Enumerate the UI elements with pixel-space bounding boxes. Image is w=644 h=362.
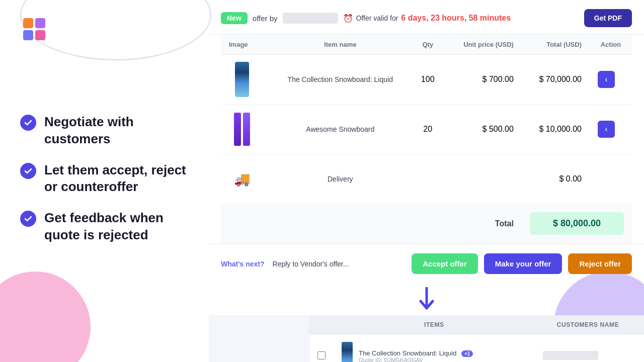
new-badge: New [221, 12, 248, 24]
bottom-item-title: The Collection Snowboard: Liquid [359, 349, 456, 357]
offer-by-text: offer by [253, 14, 278, 23]
row2-unit-price: $ 500.00 [445, 105, 522, 154]
row2-item-name: Awesome Snowboard [270, 105, 411, 154]
customer-name-placeholder [543, 351, 598, 360]
action-bar: What's next? Reply to Vendor's offer... … [209, 244, 644, 283]
bottom-section: ITEMS CUSTOMERS NAME STATUS UPDATED [209, 315, 644, 362]
logo [20, 15, 48, 43]
offer-info: New offer by ⏰ Offer valid for 6 days, 2… [221, 12, 511, 24]
total-value: $ 80,000.00 [530, 212, 624, 235]
quote-id: Quote ID: OJMGKAOGAV [359, 357, 473, 363]
svg-rect-1 [35, 18, 45, 28]
item-title-row: The Collection Snowboard: Liquid +1 [359, 349, 473, 357]
plus-badge: +1 [461, 350, 473, 357]
down-arrow-icon [418, 287, 436, 311]
offer-valid-label: Offer valid for [356, 14, 398, 22]
check-icon-3 [20, 211, 36, 227]
row3-qty [411, 154, 445, 204]
feature-1: Negotiate with customers [20, 114, 194, 148]
table-row: Awesome Snowboard 20 $ 500.00 $ 10,000.0… [221, 105, 632, 154]
quote-table: Image Item name Qty Unit price (USD) Tot… [221, 35, 632, 243]
features-list: Negotiate with customers Let them accept… [20, 114, 194, 244]
table-row: 🚚 Delivery $ 0.00 [221, 154, 632, 204]
row3-unit-price [445, 154, 522, 204]
col-checkbox [309, 315, 334, 335]
reject-offer-button[interactable]: Reject offer [568, 253, 632, 274]
total-row: Total $ 80,000.00 [221, 204, 632, 243]
row2-image-cell [221, 105, 270, 154]
col-qty: Qty [411, 35, 445, 55]
col-item-name: Item name [270, 35, 411, 55]
row1-item-name: The Collection Snowboard: Liquid [270, 55, 411, 105]
reply-text: Reply to Vendor's offer... [273, 260, 349, 268]
row-status-cell: Deal [641, 335, 644, 363]
item-details: The Collection Snowboard: Liquid +1 Quot… [359, 349, 473, 363]
row3-item-name: Delivery [270, 154, 411, 204]
offer-valid-time: 6 days, 23 hours, 58 minutes [401, 14, 511, 23]
row-checkbox-cell [309, 335, 334, 363]
row1-action-button[interactable]: ‹ [598, 71, 615, 88]
make-offer-button[interactable]: Make your offer [484, 253, 562, 274]
row3-image-cell: 🚚 [221, 154, 270, 204]
snowboard2-image [229, 112, 255, 147]
col-customers-name: CUSTOMERS NAME [535, 315, 641, 335]
col-action: Action [590, 35, 632, 55]
right-panel: New offer by ⏰ Offer valid for 6 days, 2… [209, 0, 644, 362]
timer-icon: ⏰ [343, 14, 353, 23]
svg-rect-3 [35, 30, 45, 40]
svg-rect-0 [23, 18, 33, 28]
col-unit-price: Unit price (USD) [445, 35, 522, 55]
feature-text-1: Negotiate with customers [44, 114, 194, 148]
check-icon-2 [20, 163, 36, 179]
left-panel: Negotiate with customers Let them accept… [0, 0, 209, 362]
timer-section: ⏰ Offer valid for 6 days, 23 hours, 58 m… [343, 14, 511, 23]
col-status: STATUS [641, 315, 644, 335]
row-checkbox[interactable] [317, 351, 326, 359]
snowboard1-image [229, 62, 255, 97]
feature-2: Let them accept, reject or counteroffer [20, 162, 194, 196]
svg-rect-2 [23, 30, 33, 40]
feature-text-3: Get feedback when quote is rejected [44, 210, 194, 244]
bottom-table: ITEMS CUSTOMERS NAME STATUS UPDATED [309, 315, 644, 362]
down-arrow-section [209, 283, 644, 315]
mini-snowboard-image [342, 342, 353, 362]
check-icon-1 [20, 115, 36, 131]
top-bar: New offer by ⏰ Offer valid for 6 days, 2… [209, 0, 644, 35]
col-image: Image [221, 35, 270, 55]
row1-total: $ 70,000.00 [522, 55, 590, 105]
quote-table-wrapper: Image Item name Qty Unit price (USD) Tot… [209, 35, 644, 243]
row2-action-button[interactable]: ‹ [598, 121, 615, 138]
row2-total: $ 10,000.00 [522, 105, 590, 154]
col-total: Total (USD) [522, 35, 590, 55]
row-item-cell: The Collection Snowboard: Liquid +1 Quot… [334, 335, 535, 363]
row1-qty: 100 [411, 55, 445, 105]
accept-offer-button[interactable]: Accept offer [412, 253, 478, 274]
bottom-table-row: The Collection Snowboard: Liquid +1 Quot… [309, 335, 644, 363]
get-pdf-button[interactable]: Get PDF [584, 9, 632, 27]
row2-qty: 20 [411, 105, 445, 154]
row-customer-cell [535, 335, 641, 363]
row2-action-cell: ‹ [590, 105, 632, 154]
row1-action-cell: ‹ [590, 55, 632, 105]
delivery-icon: 🚚 [229, 161, 255, 197]
feature-3: Get feedback when quote is rejected [20, 210, 194, 244]
total-label: Total [445, 204, 522, 243]
whats-next-link[interactable]: What's next? [221, 260, 265, 268]
col-items: ITEMS [334, 315, 535, 335]
feature-text-2: Let them accept, reject or counteroffer [44, 162, 194, 196]
table-row: The Collection Snowboard: Liquid 100 $ 7… [221, 55, 632, 105]
action-buttons-group: Accept offer Make your offer Reject offe… [412, 253, 632, 274]
offer-by-name [283, 13, 338, 24]
row1-image-cell [221, 55, 270, 105]
row3-action-cell [590, 154, 632, 204]
row3-total: $ 0.00 [522, 154, 590, 204]
row1-unit-price: $ 700.00 [445, 55, 522, 105]
